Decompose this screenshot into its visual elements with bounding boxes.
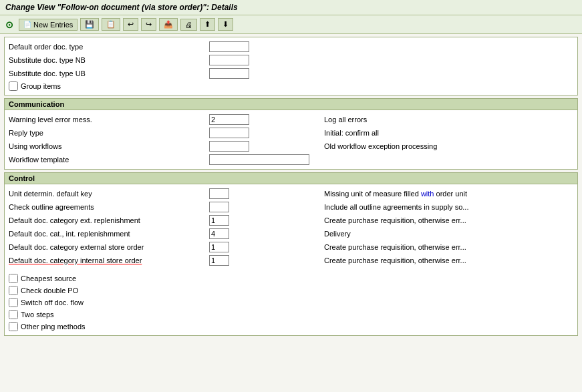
switch-off-doc-flow-checkbox[interactable] xyxy=(9,298,18,307)
default-order-doc-type-row: Default order doc. type xyxy=(9,40,573,53)
cheapest-source-checkbox[interactable] xyxy=(9,274,18,283)
upload-icon: ⬆ xyxy=(204,20,210,29)
download-button[interactable]: ⬇ xyxy=(218,18,233,31)
default-doc-ext-store-right: Create purchase requisition, otherwise e… xyxy=(316,243,573,251)
reply-type-right: Initial: confirm all xyxy=(316,129,573,137)
default-doc-int-store-input[interactable] xyxy=(209,255,229,266)
toolbar: ⊙ 📄 New Entries 💾 📋 ↩ ↪ 📤 🖨 ⬆ ⬇ xyxy=(0,15,582,34)
using-workflows-right: Old workflow exception processing xyxy=(316,142,573,150)
unit-determin-right: Missing unit of measure filled with orde… xyxy=(316,190,573,198)
undo-icon: ↩ xyxy=(128,20,134,29)
check-double-po-checkbox[interactable] xyxy=(9,286,18,295)
save-icon: 💾 xyxy=(85,20,94,29)
group-items-row: Group items xyxy=(9,80,573,92)
default-doc-int-store-label: Default doc. category internal store ord… xyxy=(9,256,209,264)
copy-icon: 📋 xyxy=(106,20,116,29)
warning-level-input[interactable] xyxy=(209,114,249,125)
default-doc-int-right: Delivery xyxy=(316,230,573,238)
print-button[interactable]: 🖨 xyxy=(180,19,197,31)
substitute-ub-input[interactable] xyxy=(209,68,249,79)
substitute-nb-label: Substitute doc. type NB xyxy=(9,56,209,64)
substitute-ub-label: Substitute doc. type UB xyxy=(9,69,209,77)
toolbar-icon-sap: ⊙ xyxy=(5,19,13,30)
substitute-nb-row: Substitute doc. type NB xyxy=(9,53,573,67)
default-order-doc-type-label: Default order doc. type xyxy=(9,43,209,51)
save-button[interactable]: 💾 xyxy=(80,18,99,31)
two-steps-checkbox[interactable] xyxy=(9,310,18,319)
default-doc-ext-left: Default doc. category ext. replenishment xyxy=(9,215,316,226)
default-doc-int-label: Default doc. cat., int. replenishmment xyxy=(9,230,209,238)
default-doc-int-row: Default doc. cat., int. replenishmment D… xyxy=(9,227,573,240)
warning-level-right-label: Log all errors xyxy=(324,116,367,124)
other-plng-methods-label: Other plng methods xyxy=(21,323,86,331)
download-icon: ⬇ xyxy=(223,20,229,29)
reply-type-left: Reply type xyxy=(9,128,316,138)
default-doc-int-store-left: Default doc. category internal store ord… xyxy=(9,255,316,266)
default-doc-ext-store-row: Default doc. category external store ord… xyxy=(9,240,573,254)
unit-determin-right-label: Missing unit of measure filled with orde… xyxy=(324,190,467,198)
reply-type-row: Reply type Initial: confirm all xyxy=(9,126,573,140)
workflow-template-input[interactable] xyxy=(209,154,309,165)
default-doc-int-right-label: Delivery xyxy=(324,230,351,238)
page-title: Change View "Follow-on document (via sto… xyxy=(5,3,238,12)
default-doc-int-input[interactable] xyxy=(209,228,229,239)
default-doc-int-store-right: Create purchase requisition, otherwise e… xyxy=(316,256,573,264)
using-workflows-right-label: Old workflow exception processing xyxy=(324,142,437,150)
default-doc-ext-row: Default doc. category ext. replenishment… xyxy=(9,214,573,227)
communication-section-header: Communication xyxy=(5,99,577,110)
title-bar: Change View "Follow-on document (via sto… xyxy=(0,0,582,15)
control-section-header: Control xyxy=(5,173,577,184)
communication-section: Communication Warning level error mess. … xyxy=(4,98,578,170)
other-plng-methods-checkbox[interactable] xyxy=(9,322,18,331)
warning-level-label: Warning level error mess. xyxy=(9,116,209,124)
check-outline-input[interactable] xyxy=(209,202,229,212)
copy-button[interactable]: 📋 xyxy=(102,18,120,31)
reply-type-label: Reply type xyxy=(9,129,209,137)
unit-determin-input[interactable] xyxy=(209,188,229,199)
upload-button[interactable]: ⬆ xyxy=(200,18,215,31)
default-doc-ext-store-right-label: Create purchase requisition, otherwise e… xyxy=(324,243,466,251)
using-workflows-input[interactable] xyxy=(209,141,249,152)
using-workflows-row: Using workflows Old workflow exception p… xyxy=(9,140,573,153)
switch-off-doc-flow-label: Switch off doc. flow xyxy=(21,299,84,307)
undo-button[interactable]: ↩ xyxy=(123,18,138,31)
workflow-template-row: Workflow template xyxy=(9,153,573,166)
control-section-content: Unit determin. default key Missing unit … xyxy=(5,184,577,335)
check-outline-row: Check outline agreements Include all out… xyxy=(9,200,573,214)
reply-type-right-label: Initial: confirm all xyxy=(324,129,379,137)
workflow-template-label: Workflow template xyxy=(9,156,209,164)
default-order-doc-type-input[interactable] xyxy=(209,41,249,52)
default-doc-ext-right: Create purchase requisition, otherwise e… xyxy=(316,216,573,224)
new-entries-label: New Entries xyxy=(33,21,73,29)
default-doc-int-store-row: Default doc. category internal store ord… xyxy=(9,254,573,267)
checkboxes-group: Cheapest source Check double PO Switch o… xyxy=(9,272,573,333)
default-doc-int-store-right-label: Create purchase requisition, otherwise e… xyxy=(324,256,466,264)
export-button[interactable]: 📤 xyxy=(159,18,178,31)
reply-type-input[interactable] xyxy=(209,128,249,138)
default-doc-ext-input[interactable] xyxy=(209,215,229,226)
check-double-po-row: Check double PO xyxy=(9,284,573,297)
two-steps-row: Two steps xyxy=(9,309,573,321)
unit-determin-row: Unit determin. default key Missing unit … xyxy=(9,187,573,200)
group-items-label: Group items xyxy=(21,82,61,90)
substitute-nb-input[interactable] xyxy=(209,55,249,65)
substitute-ub-row: Substitute doc. type UB xyxy=(9,67,573,80)
print-icon: 🖨 xyxy=(185,21,192,29)
switch-off-doc-flow-row: Switch off doc. flow xyxy=(9,297,573,309)
group-items-checkbox[interactable] xyxy=(9,81,18,91)
redo-button[interactable]: ↪ xyxy=(141,18,156,31)
top-section: Default order doc. type Substitute doc. … xyxy=(4,37,578,95)
new-entries-button[interactable]: 📄 New Entries xyxy=(19,19,78,31)
unit-determin-left: Unit determin. default key xyxy=(9,188,316,199)
cheapest-source-label: Cheapest source xyxy=(21,274,76,282)
export-icon: 📤 xyxy=(164,20,173,29)
default-doc-ext-right-label: Create purchase requisition, otherwise e… xyxy=(324,216,466,224)
other-plng-methods-row: Other plng methods xyxy=(9,321,573,333)
control-section: Control Unit determin. default key Missi… xyxy=(4,172,578,336)
default-doc-int-left: Default doc. cat., int. replenishmment xyxy=(9,228,316,239)
communication-section-content: Warning level error mess. Log all errors… xyxy=(5,110,577,169)
using-workflows-label: Using workflows xyxy=(9,142,209,150)
default-doc-ext-store-input[interactable] xyxy=(209,242,229,252)
check-outline-right: Include all outline agreements in supply… xyxy=(316,203,573,211)
default-doc-ext-store-label: Default doc. category external store ord… xyxy=(9,243,209,251)
